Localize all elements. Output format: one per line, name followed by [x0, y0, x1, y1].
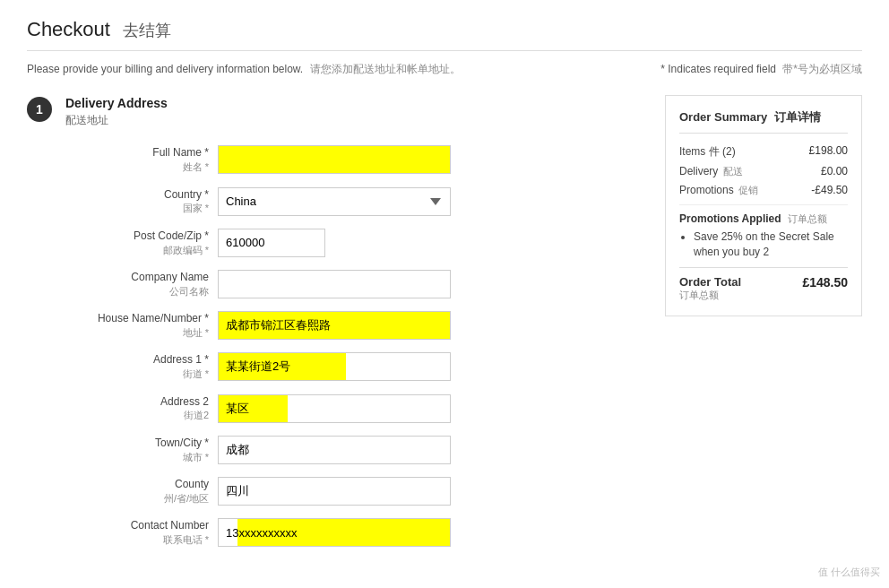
address2-input[interactable] — [218, 394, 451, 423]
contact-label: Contact Number 联系电话 * — [65, 518, 209, 547]
step-number: 1 — [27, 97, 52, 122]
town-input[interactable] — [218, 436, 451, 464]
county-input[interactable] — [218, 477, 451, 506]
house-label: House Name/Number * 地址 * — [65, 311, 209, 340]
page-title: Checkout 去结算 — [27, 18, 862, 51]
promotions-applied: Promotions Applied 订单总额 Save 25% on the … — [679, 204, 848, 260]
watermark: 值 什么值得买 — [818, 566, 880, 577]
order-summary: Order Summary 订单详情 Items 件 (2) £198.00 D… — [665, 95, 862, 316]
subtitle: Please provide your billing and delivery… — [27, 62, 862, 77]
address1-row: Address 1 * 街道 * — [65, 352, 647, 381]
promotions-row: Promotions 促销 -£49.50 — [679, 184, 848, 197]
address1-label: Address 1 * 街道 * — [65, 352, 209, 381]
order-total: Order Total 订单总额 £148.50 — [679, 267, 848, 302]
address2-row: Address 2 街道2 — [65, 394, 647, 423]
full-name-row: Full Name * 姓名 * — [65, 145, 647, 174]
house-input[interactable] — [218, 311, 451, 340]
town-row: Town/City * 城市 * — [65, 436, 647, 464]
main-layout: 1 Delivery Address 配送地址 Full Name * 姓名 *… — [27, 95, 862, 559]
country-select[interactable]: China United Kingdom United States Japan — [218, 187, 451, 216]
county-row: County 州/省/地区 — [65, 477, 647, 506]
county-label: County 州/省/地区 — [65, 477, 209, 506]
order-summary-title: Order Summary 订单详情 — [679, 109, 848, 134]
company-label: Company Name 公司名称 — [65, 270, 209, 298]
section-title: Delivery Address 配送地址 — [65, 95, 168, 127]
required-note: * Indicates required field 带*号为必填区域 — [660, 62, 862, 77]
section-header: 1 Delivery Address 配送地址 — [27, 95, 647, 127]
contact-input[interactable] — [218, 518, 451, 547]
country-row: Country * 国家 * China United Kingdom Unit… — [65, 187, 647, 216]
form-section: 1 Delivery Address 配送地址 Full Name * 姓名 *… — [27, 95, 647, 559]
items-row: Items 件 (2) £198.00 — [679, 144, 848, 160]
company-input[interactable] — [218, 270, 451, 298]
contact-row: Contact Number 联系电话 * — [65, 518, 647, 547]
full-name-label: Full Name * 姓名 * — [65, 145, 209, 174]
promo-list: Save 25% on the Secret Sale when you buy… — [679, 229, 848, 260]
town-label: Town/City * 城市 * — [65, 436, 209, 464]
house-row: House Name/Number * 地址 * — [65, 311, 647, 340]
delivery-row: Delivery 配送 £0.00 — [679, 165, 848, 178]
address1-input[interactable] — [218, 352, 451, 381]
country-label: Country * 国家 * — [65, 187, 209, 216]
full-name-input[interactable] — [218, 145, 451, 174]
postcode-row: Post Code/Zip * 邮政编码 * — [65, 229, 647, 257]
postcode-input[interactable] — [218, 229, 325, 257]
address2-label: Address 2 街道2 — [65, 394, 209, 423]
form-body: Full Name * 姓名 * Country * 国家 * China Un… — [65, 145, 647, 547]
promo-item: Save 25% on the Secret Sale when you buy… — [694, 229, 848, 260]
company-row: Company Name 公司名称 — [65, 270, 647, 298]
postcode-label: Post Code/Zip * 邮政编码 * — [65, 229, 209, 257]
